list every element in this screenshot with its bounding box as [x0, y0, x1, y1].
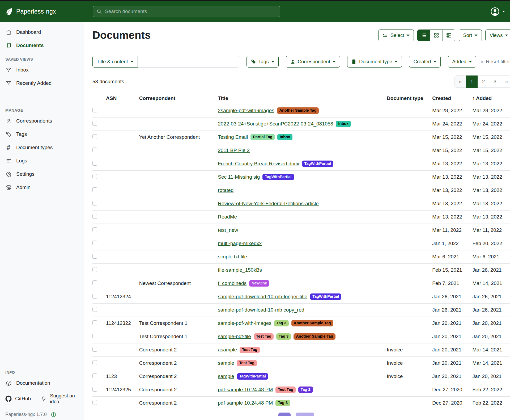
row-checkbox[interactable] [92, 347, 97, 352]
sidebar-item-correspondents[interactable]: Correspondents [0, 114, 84, 128]
document-title-link[interactable]: sample-pdf-download-10-mb-longer-title [218, 294, 307, 299]
row-checkbox[interactable] [92, 267, 97, 272]
document-title-link[interactable]: sample-pdf-with-images [218, 320, 271, 326]
document-title-link[interactable]: multi-page-mixedxx [218, 241, 262, 246]
app-brand[interactable]: Paperless-ngx [0, 7, 56, 15]
row-checkbox[interactable] [92, 373, 97, 378]
document-title-link[interactable]: 2011 BP Pie 2 [218, 148, 250, 153]
row-checkbox[interactable] [92, 320, 97, 325]
sidebar-item-settings[interactable]: Settings [0, 167, 84, 181]
created-filter-button[interactable]: Created [409, 56, 441, 68]
tag-pill[interactable]: Another Sample Tag [294, 333, 335, 340]
user-menu-button[interactable] [490, 1, 505, 22]
column-header-added[interactable]: ↑Added [466, 95, 510, 104]
row-checkbox[interactable] [92, 307, 97, 312]
document-title-link[interactable]: f_combineds [218, 280, 246, 286]
sidebar-item-documents[interactable]: Documents [0, 39, 84, 52]
tag-pill[interactable]: Test Tag [254, 333, 274, 340]
pagination-page-3-button[interactable]: 3 [489, 75, 501, 88]
row-checkbox[interactable] [92, 400, 97, 405]
tag-pill[interactable]: Another Sample Tag [291, 320, 333, 327]
row-checkbox[interactable] [92, 201, 97, 205]
document-title-link[interactable]: sample [218, 373, 234, 379]
document-title-link[interactable]: 2sample-pdf-with-images [218, 108, 274, 113]
document-title-link[interactable]: ReadMe [218, 214, 237, 220]
row-checkbox[interactable] [92, 134, 97, 139]
sidebar-item-document-types[interactable]: #Document types [0, 141, 84, 154]
search-input[interactable] [105, 9, 277, 14]
row-checkbox[interactable] [92, 254, 97, 259]
sidebar-item-logs[interactable]: Logs [0, 154, 84, 167]
row-checkbox[interactable] [92, 148, 97, 152]
views-button[interactable]: Views [485, 30, 510, 41]
search-field-selector-button[interactable]: Title & content [92, 56, 138, 68]
sidebar-item-documentation[interactable]: Documentation [0, 376, 84, 390]
tag-pill[interactable]: Inbox [336, 121, 351, 127]
sidebar-item-tags[interactable]: Tags [0, 128, 84, 141]
tag-pill[interactable]: Tag 3 [276, 333, 291, 340]
column-header-correspondent[interactable]: Correspondent [139, 95, 218, 104]
added-filter-button[interactable]: Added [448, 56, 476, 68]
tag-pill[interactable]: Tag 3 [274, 320, 289, 327]
document-title-link[interactable]: 2022-03-24+Sonstige+ScanPC2022-03-24_081… [218, 121, 333, 127]
document-title-link[interactable]: file-sample_150kBs [218, 267, 262, 273]
row-checkbox[interactable] [92, 280, 97, 285]
sidebar-item-admin[interactable]: Admin [0, 181, 84, 194]
document-title-link[interactable]: sample-pdf-file [218, 334, 251, 339]
pagination-next-button[interactable]: » [501, 75, 510, 88]
info-circle-icon[interactable] [51, 412, 56, 417]
column-header-title[interactable]: Title [218, 95, 387, 104]
row-checkbox[interactable] [92, 187, 97, 192]
tags-filter-button[interactable]: Tags [246, 56, 279, 68]
detail-view-button[interactable] [443, 30, 455, 41]
pagination-prev-button[interactable]: « [454, 75, 466, 88]
sort-button[interactable]: Sort [459, 30, 482, 41]
row-checkbox[interactable] [92, 108, 97, 112]
column-header-created[interactable]: Created [427, 95, 465, 104]
document-title-link[interactable]: asample [218, 347, 237, 352]
tag-pill[interactable]: Test Tag [240, 347, 260, 353]
document-title-link[interactable]: pdf-sample 10.24.48 PM [218, 400, 273, 406]
document-title-link[interactable]: test_new [218, 227, 238, 233]
row-checkbox[interactable] [92, 174, 97, 179]
document-title-link[interactable]: Review-of-New-York-Federal-Petitions-art… [218, 201, 318, 206]
reset-filters-button[interactable]: × Reset filters [480, 59, 510, 65]
pagination-page-2-button[interactable]: 2 [478, 75, 490, 88]
correspondent-filter-button[interactable]: Correspondent [286, 56, 340, 68]
sidebar-item-inbox[interactable]: Inbox [0, 63, 84, 77]
grid-view-button[interactable] [430, 30, 443, 41]
document-title-link[interactable]: simple txt file [218, 254, 247, 259]
row-checkbox[interactable] [92, 334, 97, 338]
document-title-link[interactable]: sample-pdf-download-10-mb copy_red [218, 307, 304, 313]
row-checkbox[interactable] [92, 121, 97, 126]
tag-pill[interactable]: TagWithPartial [310, 293, 341, 300]
document-title-link[interactable]: rotated [218, 187, 233, 193]
tag-pill[interactable]: TagWithPartial [262, 174, 294, 180]
row-checkbox[interactable] [92, 387, 97, 392]
tag-pill[interactable]: TagWithPartial [302, 161, 333, 167]
tag-pill[interactable]: Another Sample Tag [277, 107, 319, 114]
tag-pill[interactable]: Test Tag [237, 360, 257, 367]
sidebar-item-recently-added[interactable]: Recently Added [0, 77, 84, 90]
document-title-link[interactable]: pdf-sample 10.24.48 PM [218, 387, 273, 392]
sidebar-item-dashboard[interactable]: Dashboard [0, 26, 84, 39]
document-title-link[interactable]: sample [218, 360, 234, 366]
tag-pill[interactable]: Tag 3 [275, 400, 290, 406]
title-content-filter-input[interactable] [138, 56, 239, 68]
select-button[interactable]: Select [378, 30, 414, 41]
row-checkbox[interactable] [92, 227, 97, 232]
row-checkbox[interactable] [92, 161, 97, 166]
tag-pill[interactable]: Partial Tag [250, 134, 275, 141]
tag-pill[interactable]: Inbox [277, 134, 292, 141]
tag-pill[interactable]: NewOne [249, 280, 269, 287]
document-title-link[interactable]: Sec 11-Missing sig [218, 174, 260, 180]
row-checkbox[interactable] [92, 294, 97, 299]
column-header-asn[interactable]: ASN [106, 95, 139, 104]
tag-pill[interactable]: TagWithPartial [237, 373, 268, 380]
document-title-link[interactable]: French Country Bread Revised.docx [218, 161, 299, 166]
row-checkbox[interactable] [92, 360, 97, 365]
row-checkbox[interactable] [92, 214, 97, 219]
row-checkbox[interactable] [92, 241, 97, 245]
tag-pill[interactable]: Test Tag [275, 387, 295, 393]
sidebar-item-github[interactable]: GitHub [5, 396, 31, 402]
